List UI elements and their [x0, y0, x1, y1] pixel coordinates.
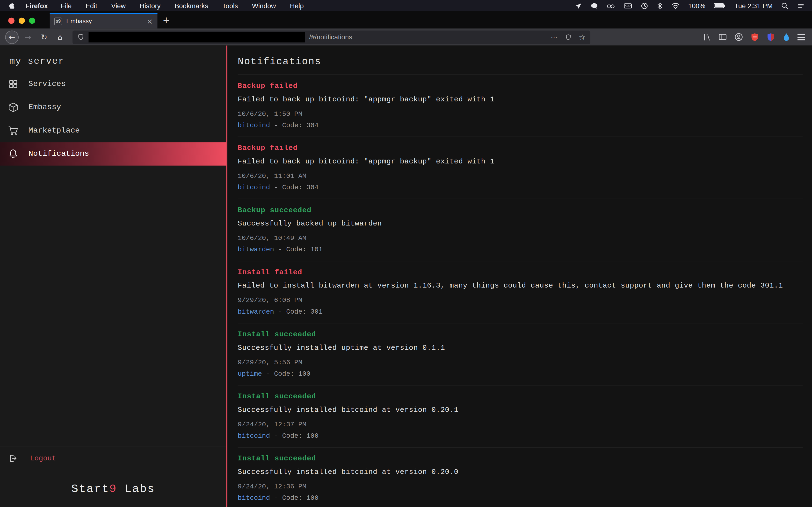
toolbar-right-icons [703, 33, 807, 41]
spotlight-search-icon[interactable] [781, 2, 789, 10]
menu-view[interactable]: View [111, 2, 126, 10]
keyboard-icon[interactable] [623, 2, 632, 9]
browser-toolbar: ← → ↻ ⌂ /#/notifications ⋯ ☆ [0, 29, 812, 46]
sidebar-item-label: Services [29, 80, 66, 89]
tracking-protection-shield-icon[interactable] [77, 33, 84, 41]
forward-button[interactable]: → [21, 30, 35, 44]
apple-menu-icon[interactable] [7, 1, 15, 10]
notification-timestamp: 9/24/20, 12:37 PM [238, 420, 803, 428]
notification-list: Backup failed Failed to back up bitcoind… [238, 74, 803, 507]
new-tab-button[interactable]: + [163, 15, 170, 25]
sidebar-item-services[interactable]: Services [0, 72, 226, 96]
notification-item[interactable]: Backup failed Failed to back up bitcoind… [238, 74, 803, 137]
notification-title: Backup failed [238, 144, 803, 152]
tab-title: Embassy [66, 18, 143, 25]
screen: Firefox File Edit View History Bookmarks… [0, 0, 812, 507]
menu-edit[interactable]: Edit [86, 2, 97, 10]
menu-help[interactable]: Help [290, 2, 304, 10]
sidebar: my server Services Embassy Marketplace N… [0, 46, 227, 507]
brand-accent-nine: 9 [109, 483, 117, 496]
account-icon[interactable] [734, 33, 743, 41]
page-title: Notifications [238, 46, 803, 74]
chat-bubble-icon[interactable] [590, 2, 598, 10]
extension-blue-shield-icon[interactable] [766, 33, 775, 41]
reload-button[interactable]: ↻ [37, 30, 51, 44]
notification-service-link[interactable]: bitcoind [238, 184, 270, 191]
notification-message: Successfully installed bitcoind at versi… [238, 468, 803, 476]
tab-close-icon[interactable]: × [147, 17, 153, 25]
home-button[interactable]: ⌂ [53, 30, 67, 44]
bookmark-star-icon[interactable]: ☆ [579, 32, 586, 42]
notification-item[interactable]: Install succeeded Successfully installed… [238, 447, 803, 507]
close-window-button[interactable] [8, 18, 14, 24]
notification-meta: bitwarden - Code: 301 [238, 308, 803, 316]
logout-button[interactable]: Logout [0, 454, 226, 463]
menu-window[interactable]: Window [252, 2, 276, 10]
notification-item[interactable]: Backup succeeded Successfully backed up … [238, 199, 803, 261]
wifi-icon[interactable] [671, 2, 680, 9]
menu-history[interactable]: History [140, 2, 161, 10]
notification-title: Install failed [238, 268, 803, 276]
menu-file[interactable]: File [61, 2, 71, 10]
notification-service-link[interactable]: bitwarden [238, 308, 274, 316]
notification-item[interactable]: Install failed Failed to install bitward… [238, 261, 803, 323]
notification-code: - Code: 100 [270, 432, 318, 440]
extension-red-shield-icon[interactable] [750, 33, 759, 41]
notification-service-link[interactable]: bitcoind [238, 494, 270, 502]
time-machine-clock-icon[interactable] [641, 2, 648, 10]
notification-service-link[interactable]: bitwarden [238, 246, 274, 253]
notifications-page: Notifications Backup failed Failed to ba… [227, 46, 812, 507]
extension-blue-drop-icon[interactable] [782, 33, 790, 41]
library-icon[interactable] [703, 33, 711, 41]
notification-timestamp: 9/29/20, 6:08 PM [238, 296, 803, 304]
binoculars-icon[interactable] [606, 2, 615, 10]
menu-clock[interactable]: Tue 2:31 PM [734, 2, 773, 10]
notification-item[interactable]: Install succeeded Successfully installed… [238, 323, 803, 385]
minimize-window-button[interactable] [18, 18, 25, 24]
url-bar[interactable]: /#/notifications ⋯ ☆ [72, 30, 591, 44]
permissions-shield-icon[interactable] [565, 33, 571, 41]
page-actions-icon[interactable]: ⋯ [551, 33, 558, 41]
menu-firefox[interactable]: Firefox [26, 2, 48, 10]
menu-tools[interactable]: Tools [222, 2, 238, 10]
menu-bookmarks[interactable]: Bookmarks [174, 2, 208, 10]
zoom-window-button[interactable] [29, 18, 35, 24]
sidebar-toggle-icon[interactable] [718, 33, 727, 41]
notification-code: - Code: 304 [270, 122, 318, 129]
notification-service-link[interactable]: bitcoind [238, 432, 270, 440]
notification-meta: bitwarden - Code: 101 [238, 246, 803, 253]
menu-hamburger-icon[interactable] [798, 34, 805, 40]
notification-message: Failed to back up bitcoind: "appmgr back… [238, 157, 803, 165]
notification-meta: bitcoind - Code: 304 [238, 122, 803, 129]
sidebar-footer: Logout Start9 Labs [0, 446, 226, 507]
window-controls [8, 18, 35, 24]
notification-center-icon[interactable] [797, 2, 805, 9]
notification-code: - Code: 100 [270, 494, 318, 502]
notification-message: Successfully backed up bitwarden [238, 219, 803, 228]
server-name: my server [0, 46, 226, 72]
sidebar-item-marketplace[interactable]: Marketplace [0, 119, 226, 142]
notification-timestamp: 9/29/20, 5:56 PM [238, 358, 803, 366]
notification-title: Backup succeeded [238, 206, 803, 214]
cart-icon [8, 125, 18, 136]
browser-tab-embassy[interactable]: s9 Embassy × [50, 13, 158, 29]
notification-title: Install succeeded [238, 330, 803, 338]
sidebar-item-embassy[interactable]: Embassy [0, 96, 226, 119]
notification-message: Failed to back up bitcoind: "appmgr back… [238, 95, 803, 103]
embassy-app: my server Services Embassy Marketplace N… [0, 46, 812, 507]
notification-item[interactable]: Backup failed Failed to back up bitcoind… [238, 137, 803, 199]
paper-plane-icon[interactable] [574, 2, 582, 10]
sidebar-item-label: Embassy [29, 103, 61, 112]
notification-code: - Code: 304 [270, 184, 318, 191]
notification-timestamp: 10/6/20, 1:50 PM [238, 110, 803, 118]
notification-item[interactable]: Install succeeded Successfully installed… [238, 385, 803, 447]
notification-service-link[interactable]: uptime [238, 370, 262, 378]
notification-service-link[interactable]: bitcoind [238, 122, 270, 129]
back-button[interactable]: ← [5, 30, 18, 44]
sidebar-item-notifications[interactable]: Notifications [0, 142, 226, 165]
tab-favicon: s9 [54, 17, 62, 25]
notification-message: Failed to install bitwarden at version 1… [238, 282, 803, 290]
urlbar-actions: ⋯ ☆ [551, 32, 586, 42]
bluetooth-icon[interactable] [657, 2, 663, 10]
notification-title: Install succeeded [238, 454, 803, 462]
